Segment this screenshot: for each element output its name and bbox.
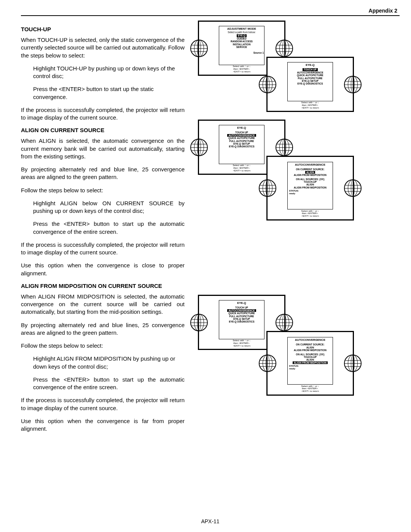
heading-align-mid: ALIGN FROM MIDPOSITION ON CURRENT SOURCE xyxy=(21,283,185,289)
menu-autoconvergence-midpos: AUTOCONVERGENCE ON CURRENT SOURCE: ALIGN… xyxy=(266,331,354,396)
menu-title: AUTOCONVERGENCE xyxy=(288,338,333,342)
globe-icon xyxy=(344,355,362,372)
menu-group: ON CURRENT SOURCE: xyxy=(288,168,333,171)
paragraph: When ALIGN FROM MIDPOSITION is selected,… xyxy=(21,293,185,316)
paragraph: When TOUCH-UP is selected, only the stat… xyxy=(21,36,185,59)
hint-line: <EXIT> to return xyxy=(268,215,353,217)
globe-icon xyxy=(190,139,208,156)
menu-group: ON ALL SOURCES: (XX) xyxy=(288,178,333,181)
list-item: Press the <ENTER> button to start up the… xyxy=(33,220,185,236)
menu-item-selected: ALIGN xyxy=(305,171,315,174)
menu-title: ADJUSTMENT MODE xyxy=(219,27,264,30)
menu-item: EYE-Q DIAGNOSTICS xyxy=(219,320,264,323)
paragraph: When ALIGN is selected, the automatic co… xyxy=(21,137,185,160)
menu-group: ON CURRENT SOURCE: xyxy=(288,343,333,346)
paragraph: If the process is successfully completed… xyxy=(21,241,185,257)
paragraph: If the process is successfully completed… xyxy=(21,396,185,412)
menu-item: ALIGN FROM MIDPOSITION xyxy=(288,174,333,176)
menu-item: QUICK AUTOPICTURE xyxy=(219,312,264,315)
menu-item: EYE-Q DIAGNOSTICS xyxy=(219,145,264,148)
appendix-label: Appendix 2 xyxy=(21,8,400,14)
paragraph: Follow the steps below to select: xyxy=(21,342,185,350)
menu-title: EYE-Q xyxy=(219,301,264,305)
globe-icon xyxy=(259,355,276,372)
status-value: ready xyxy=(289,367,296,370)
paragraph: Follow the steps below to select: xyxy=(21,187,185,194)
menu-item: ALIGN FROM MIDPOSITION xyxy=(288,186,333,189)
menu-item-selected: AUTOCONVERGENCE xyxy=(227,309,256,312)
list-item: Highlight ALIGN FROM MIDPOSITION by push… xyxy=(33,355,185,371)
menu-item: AUTOCONVERGENCE xyxy=(288,71,333,74)
globe-icon xyxy=(259,76,276,93)
globe-icon xyxy=(276,314,293,331)
menu-title: EYE-Q xyxy=(219,126,264,129)
menu-item-selected: ALIGN FROM MIDPOSITION xyxy=(293,361,328,364)
menu-item: INSTALLATION xyxy=(219,43,264,46)
heading-align-current: ALIGN ON CURRENT SOURCE xyxy=(21,127,185,133)
globe-icon xyxy=(276,139,293,156)
menu-item-selected: AUTOCONVERGENCE xyxy=(227,134,256,137)
figure-column: ADJUSTMENT MODE Select a path from below… xyxy=(192,21,400,438)
menu-item: EYE-Q DIAGNOSTICS xyxy=(288,82,333,85)
menu-item: SERVICE xyxy=(219,46,264,48)
menu-item: ALIGN xyxy=(288,183,333,186)
paragraph: Use this option when the convergence is … xyxy=(21,417,185,433)
globe-icon xyxy=(190,40,208,57)
globe-icon xyxy=(276,40,293,57)
paragraph: If the process is successfully completed… xyxy=(21,106,185,122)
globe-icon xyxy=(344,179,362,197)
header-rule xyxy=(21,15,400,16)
menu-item-selected: TOUCH UP xyxy=(303,68,318,71)
menu-group: ON ALL SOURCES: (XX) xyxy=(288,353,333,356)
heading-touchup: TOUCH-UP xyxy=(21,26,185,32)
menu-item: TOUCH-UP xyxy=(288,356,333,358)
menu-item: FULL AUTOPICTURE xyxy=(219,140,264,142)
globe-icon xyxy=(259,179,276,197)
menu-item: FULL AUTOPICTURE xyxy=(288,77,333,80)
hint-line: <EXIT> to return xyxy=(268,390,353,393)
menu-eyeq-touchup: EYE-Q TOUCH UP AUTOCONVERGENCE QUICK AUT… xyxy=(266,57,354,112)
list-item: Highlight TOUCH-UP by pushing up or down… xyxy=(33,65,185,80)
menu-subtitle: Select a path from below: xyxy=(219,31,264,34)
menu-item: ALIGN FROM MIDPOSITION xyxy=(288,349,333,351)
paragraph: By projecting alternately red and blue l… xyxy=(21,321,185,337)
menu-item: RANDOM ACCESS xyxy=(219,40,264,43)
menu-item: FULL AUTOPICTURE xyxy=(219,315,264,318)
list-item: Press the <ENTER> button to start up the… xyxy=(33,85,185,101)
menu-item: QUICK AUTOPICTURE xyxy=(288,74,333,77)
menu-item: ALIGN xyxy=(288,358,333,361)
menu-item-selected: EYE-Q xyxy=(237,34,247,37)
menu-item: GUIDED xyxy=(219,37,264,40)
list-item: Highlight ALIGN below ON CURRENT SOURCE … xyxy=(33,200,185,215)
menu-item: ALIGN xyxy=(288,346,333,349)
menu-item: TOUCH UP xyxy=(219,131,264,134)
status-value: ready xyxy=(289,192,296,195)
menu-item: QUICK AUTOPICTURE xyxy=(219,137,264,139)
hint-line: <EXIT> to return xyxy=(268,107,353,109)
menu-item: TOUCH-UP xyxy=(288,181,333,183)
globe-icon xyxy=(190,314,208,331)
menu-item: EYE-Q SETUP xyxy=(219,142,264,145)
menu-item: TOUCH UP xyxy=(219,306,264,309)
menu-title: EYE-Q xyxy=(288,63,333,67)
source-label: Source 1 xyxy=(253,51,264,54)
paragraph: Use this option when the convergence is … xyxy=(21,262,185,277)
text-column: TOUCH-UP When TOUCH-UP is selected, only… xyxy=(21,21,185,438)
menu-item: EYE-Q SETUP xyxy=(288,80,333,82)
page-number: APX-11 xyxy=(21,518,400,524)
globe-icon xyxy=(344,76,362,93)
menu-title: AUTOCONVERGENCE xyxy=(288,163,333,166)
menu-item: EYE-Q SETUP xyxy=(219,318,264,320)
list-item: Press the <ENTER> button to start up the… xyxy=(33,376,185,391)
menu-autoconvergence-align: AUTOCONVERGENCE ON CURRENT SOURCE: ALIGN… xyxy=(266,156,354,220)
paragraph: By projecting alternately red and blue l… xyxy=(21,166,185,181)
